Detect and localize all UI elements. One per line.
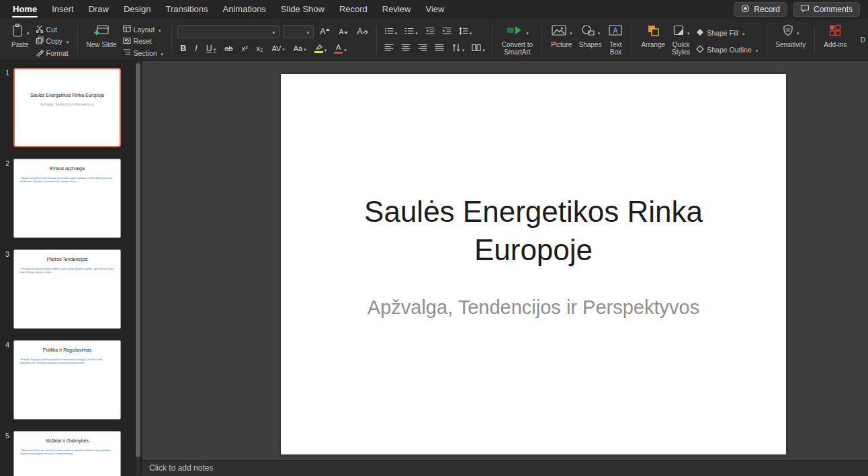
font-name-select[interactable] [177,25,279,38]
section-button[interactable]: Section [120,47,167,58]
slide-title-placeholder[interactable]: Saulės Energetikos Rinka Europoje [281,74,786,269]
smartart-icon [506,24,523,39]
character-spacing-button[interactable]: AV [269,42,287,55]
columns-button[interactable] [470,42,487,55]
slide-thumbnail-5[interactable]: Iššūkiai ir Galimybės Nepaisant iššūkių,… [13,431,121,476]
character-spacing-glyph: AV [271,44,281,52]
slide-thumbnail-2[interactable]: Rinkos Apžvalga Saulės energetikos rinka… [13,159,121,238]
cut-label: Cut [46,26,57,34]
tab-home[interactable]: Home [5,0,44,19]
decrease-icon [344,32,348,34]
shapes-icon [580,24,595,39]
grow-font-button[interactable]: A [317,25,333,38]
scrollbar-thumb[interactable] [136,63,140,457]
highlight-color-button[interactable] [312,42,329,55]
align-left-icon [384,42,394,54]
font-size-select[interactable] [283,25,314,38]
picture-icon [551,24,567,39]
group-divider [171,26,172,54]
font-color-button[interactable]: A [332,42,349,55]
record-button[interactable]: Record [734,2,787,17]
clear-formatting-button[interactable]: A [354,25,370,38]
designer-label-partial[interactable]: D [861,36,865,44]
group-divider [814,26,815,54]
slide-subtitle-placeholder[interactable]: Apžvalga, Tendencijos ir Perspektyvos [281,296,786,319]
reset-button[interactable]: Reset [120,36,167,47]
current-slide[interactable]: Saulės Energetikos Rinka Europoje Apžval… [281,74,786,454]
thumbnail-scrollbar[interactable] [136,61,140,476]
tab-review[interactable]: Review [375,0,419,19]
shape-outline-button[interactable]: Shape Outline [693,44,761,55]
copy-button[interactable]: Copy [33,36,72,47]
slide-thumbnail-4[interactable]: Politika ir Reguliavimas Europos Sąjungo… [13,340,121,420]
shapes-button[interactable]: Shapes [576,22,605,50]
text-direction-button[interactable] [449,42,467,55]
format-painter-button[interactable]: Format [33,47,72,58]
tab-transitions[interactable]: Transitions [158,0,215,19]
slide-number: 2 [1,159,13,238]
convert-to-smartart-button[interactable]: Convert to SmartArt [498,22,536,57]
bold-button[interactable]: B [177,42,189,55]
decrease-indent-button[interactable] [423,25,437,38]
paragraph-group [379,20,490,59]
picture-button[interactable]: Picture [548,22,576,50]
clipboard-icon [11,23,24,40]
tab-draw[interactable]: Draw [81,0,116,19]
tab-insert[interactable]: Insert [44,0,81,19]
group-divider [632,26,632,54]
layout-button[interactable]: Layout [120,24,167,35]
change-case-button[interactable]: Aa [291,42,309,55]
tab-view[interactable]: View [418,0,451,19]
line-spacing-icon [459,26,468,38]
underline-button[interactable]: U [204,42,219,55]
superscript-button[interactable]: x² [238,42,250,55]
slide-number: 4 [1,340,13,420]
italic-button[interactable]: I [192,42,200,55]
align-right-button[interactable] [416,42,429,55]
layout-label: Layout [134,26,155,34]
align-center-button[interactable] [399,42,413,55]
arrange-group: Arrange Quick Styles Shape Fill Shape Ou… [634,20,764,59]
text-box-button[interactable]: Text Box [605,22,626,57]
quick-styles-button[interactable]: Quick Styles [668,22,693,57]
numbering-button[interactable] [402,25,420,38]
format-painter-label: Format [46,49,69,57]
record-button-label: Record [754,5,780,14]
paste-button[interactable]: Paste [7,22,33,50]
new-slide-button[interactable]: New Slide [83,22,120,50]
shrink-font-button[interactable]: A [336,25,351,38]
arrange-button[interactable]: Arrange [638,22,668,50]
main-column: Saulės Energetikos Rinka Europoje Apžval… [142,61,868,476]
align-left-button[interactable] [382,42,396,55]
thumbnail-row-3: 3 Plėtros Tendencijos Pastaraisiais meta… [1,249,142,329]
slide-number: 5 [1,431,13,476]
shape-fill-label: Shape Fill [707,29,738,37]
comments-button[interactable]: Comments [793,2,860,17]
tab-slide-show[interactable]: Slide Show [273,0,332,19]
sensitivity-icon [782,24,794,40]
line-spacing-button[interactable] [457,25,474,38]
increase-indent-button[interactable] [440,25,453,38]
chevron-down-icon [468,26,472,38]
shape-fill-button[interactable]: Shape Fill [693,27,761,38]
notes-pane[interactable]: Click to add notes [142,460,868,476]
add-ins-icon [828,24,842,40]
tab-animations[interactable]: Animations [216,0,273,19]
chevron-down-icon [323,42,327,54]
add-ins-button[interactable]: Add-ins [820,22,850,50]
highlighter-icon [314,44,323,53]
format-painter-icon [36,48,44,58]
slide-thumbnail-1[interactable]: Saulės Energetikos Rinka Europoje Apžval… [13,68,121,147]
subscript-button[interactable]: x₂ [254,42,266,55]
justify-button[interactable] [433,42,446,55]
strikethrough-button[interactable]: ab [222,42,235,55]
shrink-font-glyph: A [339,28,343,36]
bullets-button[interactable] [382,25,400,38]
cut-button[interactable]: Cut [33,24,72,35]
slide-thumbnail-3[interactable]: Plėtros Tendencijos Pastaraisiais metais… [13,249,121,329]
thumbnail-body-text: Pastaraisiais metais matomas didelis sau… [20,268,114,274]
chevron-down-icon [281,44,285,52]
tab-record[interactable]: Record [332,0,375,19]
sensitivity-button[interactable]: Sensitivity [772,22,809,50]
tab-design[interactable]: Design [116,0,158,19]
